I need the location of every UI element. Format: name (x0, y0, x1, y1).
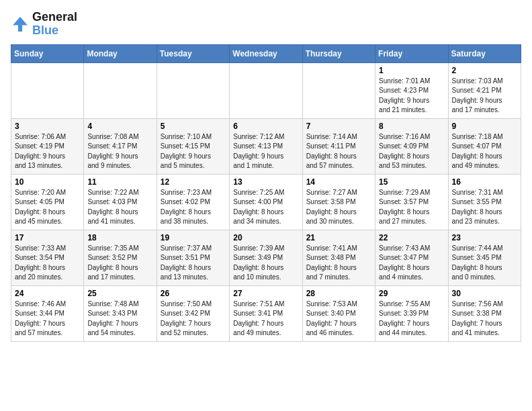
calendar-cell: 11Sunrise: 7:22 AMSunset: 4:03 PMDayligh… (84, 174, 157, 230)
calendar-cell: 9Sunrise: 7:18 AMSunset: 4:07 PMDaylight… (448, 118, 521, 174)
day-number: 6 (233, 122, 298, 131)
day-info: Sunrise: 7:03 AMSunset: 4:21 PMDaylight:… (452, 77, 517, 116)
day-info: Sunrise: 7:08 AMSunset: 4:17 PMDaylight:… (87, 132, 152, 171)
logo-text: General Blue (32, 11, 77, 38)
day-number: 28 (306, 289, 371, 298)
weekday-header-monday: Monday (84, 44, 157, 62)
page-header: General Blue (11, 11, 521, 38)
weekday-header-thursday: Thursday (302, 44, 375, 62)
calendar-cell: 13Sunrise: 7:25 AMSunset: 4:00 PMDayligh… (230, 174, 302, 230)
calendar-cell (302, 62, 375, 118)
calendar-cell: 16Sunrise: 7:31 AMSunset: 3:55 PMDayligh… (448, 174, 521, 230)
logo: General Blue (11, 11, 77, 38)
day-info: Sunrise: 7:53 AMSunset: 3:40 PMDaylight:… (306, 300, 371, 338)
calendar-cell: 1Sunrise: 7:01 AMSunset: 4:23 PMDaylight… (375, 62, 448, 118)
week-row-4: 17Sunrise: 7:33 AMSunset: 3:54 PMDayligh… (11, 230, 521, 285)
calendar-cell: 3Sunrise: 7:06 AMSunset: 4:19 PMDaylight… (11, 118, 84, 174)
day-number: 15 (379, 177, 444, 187)
day-info: Sunrise: 7:23 AMSunset: 4:02 PMDaylight:… (161, 188, 226, 227)
calendar-cell (11, 62, 84, 118)
calendar-cell: 30Sunrise: 7:56 AMSunset: 3:38 PMDayligh… (448, 285, 521, 341)
day-info: Sunrise: 7:50 AMSunset: 3:42 PMDaylight:… (161, 300, 226, 338)
day-info: Sunrise: 7:39 AMSunset: 3:49 PMDaylight:… (233, 244, 298, 283)
day-info: Sunrise: 7:25 AMSunset: 4:00 PMDaylight:… (233, 188, 298, 227)
week-row-1: 1Sunrise: 7:01 AMSunset: 4:23 PMDaylight… (11, 62, 521, 118)
day-info: Sunrise: 7:51 AMSunset: 3:41 PMDaylight:… (233, 300, 298, 338)
weekday-header-friday: Friday (375, 44, 448, 62)
week-row-5: 24Sunrise: 7:46 AMSunset: 3:44 PMDayligh… (11, 285, 521, 341)
day-number: 29 (379, 289, 444, 298)
day-number: 30 (452, 289, 517, 298)
calendar-cell (230, 62, 302, 118)
week-row-2: 3Sunrise: 7:06 AMSunset: 4:19 PMDaylight… (11, 118, 521, 174)
day-number: 26 (161, 289, 226, 298)
day-number: 19 (161, 233, 226, 242)
weekday-header-wednesday: Wednesday (230, 44, 302, 62)
day-info: Sunrise: 7:22 AMSunset: 4:03 PMDaylight:… (87, 188, 152, 227)
day-info: Sunrise: 7:56 AMSunset: 3:38 PMDaylight:… (452, 300, 517, 338)
day-info: Sunrise: 7:01 AMSunset: 4:23 PMDaylight:… (379, 77, 444, 116)
day-info: Sunrise: 7:14 AMSunset: 4:11 PMDaylight:… (306, 132, 371, 171)
weekday-header-sunday: Sunday (11, 44, 84, 62)
day-number: 7 (306, 122, 371, 131)
day-number: 21 (306, 233, 371, 242)
day-info: Sunrise: 7:35 AMSunset: 3:52 PMDaylight:… (87, 244, 152, 283)
day-number: 4 (87, 122, 152, 131)
calendar-cell: 22Sunrise: 7:43 AMSunset: 3:47 PMDayligh… (375, 230, 448, 285)
day-info: Sunrise: 7:20 AMSunset: 4:05 PMDaylight:… (15, 188, 80, 227)
calendar-cell: 6Sunrise: 7:12 AMSunset: 4:13 PMDaylight… (230, 118, 302, 174)
day-number: 17 (15, 233, 80, 242)
calendar-cell: 12Sunrise: 7:23 AMSunset: 4:02 PMDayligh… (157, 174, 229, 230)
day-number: 22 (379, 233, 444, 242)
day-info: Sunrise: 7:46 AMSunset: 3:44 PMDaylight:… (15, 300, 80, 338)
day-info: Sunrise: 7:27 AMSunset: 3:58 PMDaylight:… (306, 188, 371, 227)
day-info: Sunrise: 7:29 AMSunset: 3:57 PMDaylight:… (379, 188, 444, 227)
day-number: 11 (87, 177, 152, 187)
weekday-header-tuesday: Tuesday (157, 44, 229, 62)
calendar-cell: 5Sunrise: 7:10 AMSunset: 4:15 PMDaylight… (157, 118, 229, 174)
day-number: 2 (452, 66, 517, 75)
day-number: 3 (15, 122, 80, 131)
calendar-cell: 27Sunrise: 7:51 AMSunset: 3:41 PMDayligh… (230, 285, 302, 341)
calendar-cell: 23Sunrise: 7:44 AMSunset: 3:45 PMDayligh… (448, 230, 521, 285)
day-info: Sunrise: 7:48 AMSunset: 3:43 PMDaylight:… (87, 300, 152, 338)
calendar-table: SundayMondayTuesdayWednesdayThursdayFrid… (11, 44, 521, 342)
calendar-cell: 17Sunrise: 7:33 AMSunset: 3:54 PMDayligh… (11, 230, 84, 285)
day-info: Sunrise: 7:06 AMSunset: 4:19 PMDaylight:… (15, 132, 80, 171)
logo-icon (11, 15, 30, 34)
day-info: Sunrise: 7:31 AMSunset: 3:55 PMDaylight:… (452, 188, 517, 227)
week-row-3: 10Sunrise: 7:20 AMSunset: 4:05 PMDayligh… (11, 174, 521, 230)
day-info: Sunrise: 7:37 AMSunset: 3:51 PMDaylight:… (161, 244, 226, 283)
day-info: Sunrise: 7:44 AMSunset: 3:45 PMDaylight:… (452, 244, 517, 283)
calendar-cell (84, 62, 157, 118)
calendar-cell: 19Sunrise: 7:37 AMSunset: 3:51 PMDayligh… (157, 230, 229, 285)
calendar-cell: 28Sunrise: 7:53 AMSunset: 3:40 PMDayligh… (302, 285, 375, 341)
calendar-cell: 29Sunrise: 7:55 AMSunset: 3:39 PMDayligh… (375, 285, 448, 341)
day-number: 12 (161, 177, 226, 187)
day-info: Sunrise: 7:10 AMSunset: 4:15 PMDaylight:… (161, 132, 226, 171)
calendar-cell: 2Sunrise: 7:03 AMSunset: 4:21 PMDaylight… (448, 62, 521, 118)
day-number: 27 (233, 289, 298, 298)
day-info: Sunrise: 7:16 AMSunset: 4:09 PMDaylight:… (379, 132, 444, 171)
calendar-cell: 10Sunrise: 7:20 AMSunset: 4:05 PMDayligh… (11, 174, 84, 230)
calendar-cell: 4Sunrise: 7:08 AMSunset: 4:17 PMDaylight… (84, 118, 157, 174)
day-number: 13 (233, 177, 298, 187)
day-info: Sunrise: 7:18 AMSunset: 4:07 PMDaylight:… (452, 132, 517, 171)
day-number: 1 (379, 66, 444, 75)
day-number: 5 (161, 122, 226, 131)
calendar-cell: 25Sunrise: 7:48 AMSunset: 3:43 PMDayligh… (84, 285, 157, 341)
weekday-header-row: SundayMondayTuesdayWednesdayThursdayFrid… (11, 44, 521, 62)
day-number: 9 (452, 122, 517, 131)
day-info: Sunrise: 7:12 AMSunset: 4:13 PMDaylight:… (233, 132, 298, 171)
calendar-cell: 26Sunrise: 7:50 AMSunset: 3:42 PMDayligh… (157, 285, 229, 341)
calendar-cell: 15Sunrise: 7:29 AMSunset: 3:57 PMDayligh… (375, 174, 448, 230)
day-info: Sunrise: 7:55 AMSunset: 3:39 PMDaylight:… (379, 300, 444, 338)
day-number: 23 (452, 233, 517, 242)
day-number: 8 (379, 122, 444, 131)
calendar-cell (157, 62, 229, 118)
calendar-cell: 7Sunrise: 7:14 AMSunset: 4:11 PMDaylight… (302, 118, 375, 174)
calendar-cell: 21Sunrise: 7:41 AMSunset: 3:48 PMDayligh… (302, 230, 375, 285)
day-number: 10 (15, 177, 80, 187)
day-number: 20 (233, 233, 298, 242)
weekday-header-saturday: Saturday (448, 44, 521, 62)
